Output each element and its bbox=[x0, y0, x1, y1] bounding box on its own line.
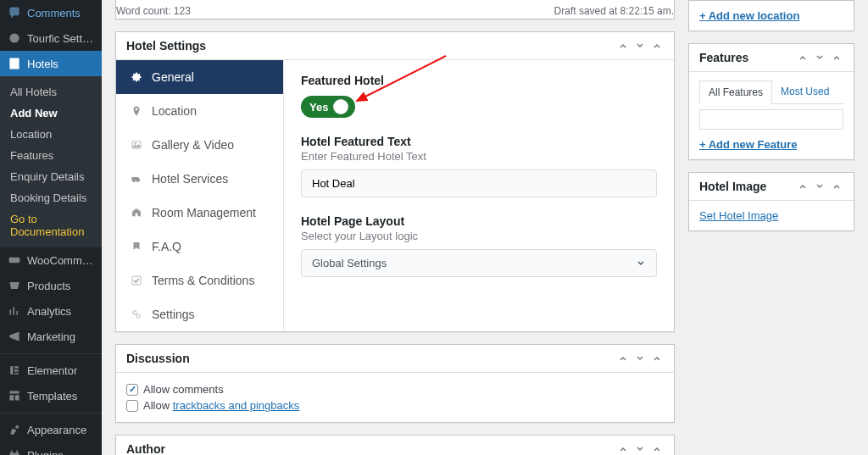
faq-icon bbox=[130, 240, 143, 253]
panel-up-icon[interactable] bbox=[796, 51, 810, 64]
settings-tab-terms[interactable]: Terms & Conditions bbox=[116, 264, 283, 297]
draft-saved: Draft saved at 8:22:15 am. bbox=[554, 5, 674, 17]
templates-icon bbox=[7, 388, 22, 403]
sidebar-item-plugins[interactable]: Plugins bbox=[0, 442, 102, 455]
settings-tabs: General Location Gallery & Video Hotel S… bbox=[116, 60, 284, 331]
set-hotel-image-link[interactable]: Set Hotel Image bbox=[699, 209, 778, 222]
svg-point-14 bbox=[133, 311, 136, 314]
products-icon bbox=[7, 278, 22, 293]
room-icon bbox=[130, 206, 143, 219]
featured-text-label: Hotel Featured Text bbox=[301, 135, 657, 148]
panel-title-hotel-settings: Hotel Settings bbox=[126, 39, 206, 53]
svg-rect-13 bbox=[132, 276, 141, 285]
submenu-docs[interactable]: Go to Documentation bbox=[0, 208, 102, 242]
features-box[interactable] bbox=[699, 109, 843, 130]
plugins-icon bbox=[7, 447, 22, 455]
panel-down-icon[interactable] bbox=[813, 180, 826, 193]
comment-icon bbox=[7, 5, 22, 20]
allow-trackbacks-row[interactable]: Allow trackbacks and pingbacks bbox=[126, 397, 664, 413]
featured-hotel-toggle[interactable]: Yes bbox=[301, 96, 355, 118]
panel-toggle-icon[interactable] bbox=[830, 51, 843, 64]
panel-up-icon[interactable] bbox=[796, 180, 810, 193]
panel-title-author: Author bbox=[126, 442, 165, 455]
pin-icon bbox=[130, 104, 143, 118]
panel-toggle-icon[interactable] bbox=[650, 442, 664, 455]
page-layout-desc: Select your Layout logic bbox=[301, 230, 657, 242]
panel-down-icon[interactable] bbox=[633, 39, 647, 53]
svg-rect-5 bbox=[14, 373, 19, 375]
panel-toggle-icon[interactable] bbox=[830, 180, 843, 193]
allow-comments-row[interactable]: Allow comments bbox=[126, 381, 664, 397]
hotels-submenu: All Hotels Add New Location Features Enq… bbox=[0, 76, 102, 247]
settings-tab-room[interactable]: Room Management bbox=[116, 196, 283, 230]
add-feature-link[interactable]: + Add new Feature bbox=[699, 138, 797, 151]
sidebar-item-templates[interactable]: Templates bbox=[0, 383, 102, 408]
admin-sidebar: Comments Tourfic Settings Hotels All Hot… bbox=[0, 0, 102, 455]
page-layout-label: Hotel Page Layout bbox=[301, 214, 657, 228]
featured-text-input[interactable] bbox=[301, 169, 657, 197]
settings-tab-location[interactable]: Location bbox=[116, 94, 283, 128]
woo-icon bbox=[7, 252, 22, 268]
marketing-icon bbox=[7, 329, 22, 344]
panel-up-icon[interactable] bbox=[616, 39, 630, 53]
panel-toggle-icon[interactable] bbox=[650, 352, 664, 365]
analytics-icon bbox=[7, 303, 22, 319]
submenu-all-hotels[interactable]: All Hotels bbox=[0, 81, 102, 103]
sidebar-item-tourfic[interactable]: Tourfic Settings bbox=[0, 25, 102, 51]
panel-down-icon[interactable] bbox=[813, 51, 826, 64]
tab-most-used[interactable]: Most Used bbox=[772, 80, 837, 103]
settings-tab-faq[interactable]: F.A.Q bbox=[116, 230, 283, 264]
submenu-location[interactable]: Location bbox=[0, 124, 102, 145]
gear-icon bbox=[130, 70, 143, 84]
tab-all-features[interactable]: All Features bbox=[699, 80, 772, 104]
van-icon bbox=[130, 172, 143, 186]
panel-toggle-icon[interactable] bbox=[650, 39, 664, 53]
cog-icon bbox=[130, 308, 143, 321]
panel-up-icon[interactable] bbox=[616, 352, 630, 365]
panel-up-icon[interactable] bbox=[616, 442, 630, 455]
add-location-link[interactable]: + Add new location bbox=[699, 9, 799, 22]
submenu-features[interactable]: Features bbox=[0, 145, 102, 166]
svg-rect-4 bbox=[14, 369, 19, 371]
sidebar-item-analytics[interactable]: Analytics bbox=[0, 298, 102, 324]
allow-comments-checkbox[interactable] bbox=[126, 384, 138, 396]
hotel-image-panel: Hotel Image Set Hotel Image bbox=[688, 172, 854, 231]
sidebar-item-appearance[interactable]: Appearance bbox=[0, 417, 102, 442]
svg-rect-2 bbox=[10, 366, 13, 375]
sidebar-item-marketing[interactable]: Marketing bbox=[0, 324, 102, 349]
hotel-settings-panel: Hotel Settings General Location Gallery … bbox=[115, 31, 675, 332]
submenu-booking[interactable]: Booking Details bbox=[0, 187, 102, 208]
hotel-icon bbox=[7, 56, 22, 71]
submenu-add-new[interactable]: Add New bbox=[0, 103, 102, 124]
sidebar-item-comments[interactable]: Comments bbox=[0, 0, 102, 25]
featured-hotel-label: Featured Hotel bbox=[301, 74, 657, 87]
sidebar-item-woocommerce[interactable]: WooCommerce bbox=[0, 247, 102, 273]
settings-tab-general[interactable]: General bbox=[116, 60, 283, 94]
author-panel: Author suza (suza) bbox=[115, 435, 675, 455]
tourfic-icon bbox=[7, 31, 22, 46]
page-layout-select[interactable]: Global Settings bbox=[301, 249, 657, 277]
panel-down-icon[interactable] bbox=[633, 352, 647, 365]
settings-tab-services[interactable]: Hotel Services bbox=[116, 162, 283, 196]
toggle-knob bbox=[333, 99, 348, 114]
sidebar-item-hotels[interactable]: Hotels bbox=[0, 51, 102, 76]
elementor-icon bbox=[7, 363, 22, 378]
svg-point-0 bbox=[9, 33, 19, 42]
settings-tab-gallery[interactable]: Gallery & Video bbox=[116, 128, 283, 162]
featured-text-desc: Enter Featured Hotel Text bbox=[301, 150, 657, 163]
chevron-down-icon bbox=[636, 258, 646, 269]
allow-trackbacks-checkbox[interactable] bbox=[126, 400, 138, 412]
panel-title-features: Features bbox=[699, 51, 748, 64]
svg-point-15 bbox=[136, 314, 140, 318]
features-panel: Features All Features Most Used bbox=[688, 43, 854, 160]
sidebar-item-elementor[interactable]: Elementor bbox=[0, 358, 102, 383]
check-icon bbox=[130, 274, 143, 287]
settings-tab-settings[interactable]: Settings bbox=[116, 297, 283, 331]
svg-point-12 bbox=[135, 143, 136, 145]
submenu-enquiry[interactable]: Enquiry Details bbox=[0, 166, 102, 187]
panel-down-icon[interactable] bbox=[633, 442, 647, 455]
word-count: Word count: 123 bbox=[116, 5, 191, 17]
sidebar-item-products[interactable]: Products bbox=[0, 273, 102, 298]
panel-title-hotel-image: Hotel Image bbox=[699, 180, 766, 193]
trackbacks-link[interactable]: trackbacks and pingbacks bbox=[173, 399, 300, 412]
